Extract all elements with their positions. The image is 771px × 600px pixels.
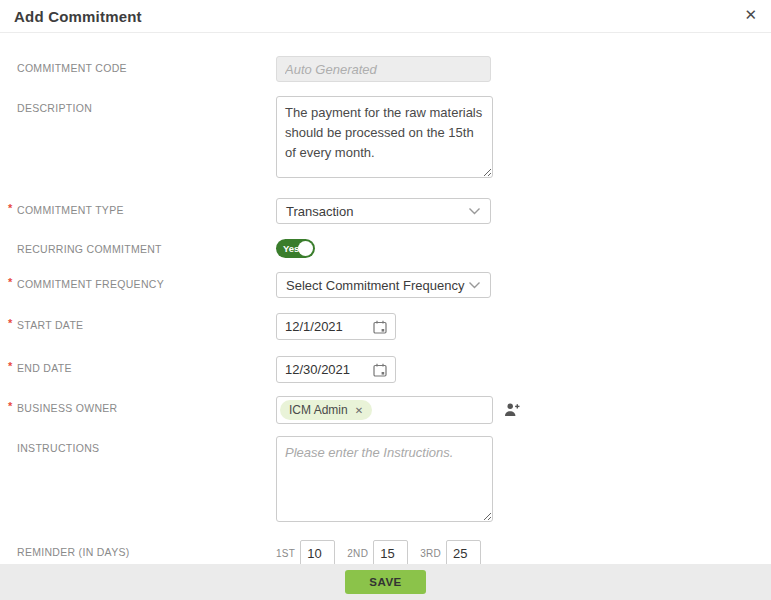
commitment-type-select[interactable]: Transaction bbox=[276, 198, 491, 224]
toggle-knob bbox=[298, 241, 313, 256]
reminder-group-1: 1ST bbox=[276, 540, 335, 566]
commitment-code-input bbox=[276, 56, 491, 82]
row-end-date: * END DATE bbox=[17, 356, 771, 383]
row-business-owner: * BUSINESS OWNER ICM Admin ✕ bbox=[17, 396, 771, 424]
instructions-textarea[interactable] bbox=[276, 436, 493, 522]
business-owner-input[interactable]: ICM Admin ✕ bbox=[276, 396, 493, 424]
reminder-1st-input[interactable] bbox=[300, 540, 335, 566]
chevron-down-icon bbox=[468, 281, 481, 289]
recurring-commitment-toggle[interactable]: Yes bbox=[276, 239, 315, 258]
row-reminder: REMINDER (IN DAYS) 1ST 2ND 3RD bbox=[17, 540, 771, 566]
end-date-label: * END DATE bbox=[17, 356, 276, 375]
calendar-icon[interactable] bbox=[373, 320, 387, 334]
commitment-form: COMMITMENT CODE DESCRIPTION The payment … bbox=[0, 33, 771, 566]
dialog-footer: SAVE bbox=[0, 564, 771, 600]
chevron-down-icon bbox=[468, 207, 481, 215]
row-commitment-type: * COMMITMENT TYPE Transaction bbox=[17, 198, 771, 224]
row-recurring-commitment: RECURRING COMMITMENT Yes bbox=[17, 237, 771, 258]
business-owner-label: * BUSINESS OWNER bbox=[17, 396, 276, 415]
commitment-frequency-select[interactable]: Select Commitment Frequency bbox=[276, 272, 491, 298]
close-icon[interactable]: ✕ bbox=[744, 7, 757, 22]
add-commitment-dialog: Add Commitment ✕ COMMITMENT CODE DESCRIP… bbox=[0, 0, 771, 600]
toggle-state-label: Yes bbox=[283, 239, 299, 258]
row-commitment-code: COMMITMENT CODE bbox=[17, 56, 771, 82]
row-description: DESCRIPTION The payment for the raw mate… bbox=[17, 96, 771, 178]
instructions-label: INSTRUCTIONS bbox=[17, 436, 276, 455]
save-button[interactable]: SAVE bbox=[345, 570, 426, 594]
start-date-input[interactable] bbox=[285, 319, 357, 334]
commitment-code-label: COMMITMENT CODE bbox=[17, 56, 276, 75]
commitment-frequency-value: Select Commitment Frequency bbox=[286, 278, 464, 293]
reminder-2nd-label: 2ND bbox=[347, 548, 368, 559]
required-marker: * bbox=[8, 276, 13, 288]
required-marker: * bbox=[8, 360, 13, 372]
calendar-icon[interactable] bbox=[373, 363, 387, 377]
start-date-field bbox=[276, 313, 396, 340]
reminder-label: REMINDER (IN DAYS) bbox=[17, 540, 276, 559]
required-marker: * bbox=[8, 400, 13, 412]
page-title: Add Commitment bbox=[14, 8, 142, 25]
person-add-icon[interactable] bbox=[504, 402, 521, 421]
recurring-commitment-label: RECURRING COMMITMENT bbox=[17, 237, 276, 256]
reminder-group-3: 3RD bbox=[420, 540, 481, 566]
reminder-3rd-input[interactable] bbox=[446, 540, 481, 566]
owner-chip-label: ICM Admin bbox=[289, 403, 348, 417]
end-date-input[interactable] bbox=[285, 362, 357, 377]
reminder-group-2: 2ND bbox=[347, 540, 408, 566]
owner-chip: ICM Admin ✕ bbox=[280, 400, 372, 420]
row-start-date: * START DATE bbox=[17, 313, 771, 340]
required-marker: * bbox=[8, 317, 13, 329]
row-instructions: INSTRUCTIONS bbox=[17, 436, 771, 522]
end-date-field bbox=[276, 356, 396, 383]
description-label: DESCRIPTION bbox=[17, 96, 276, 115]
chip-remove-icon[interactable]: ✕ bbox=[355, 405, 363, 416]
required-marker: * bbox=[8, 202, 13, 214]
commitment-frequency-label: * COMMITMENT FREQUENCY bbox=[17, 272, 276, 291]
dialog-header: Add Commitment ✕ bbox=[0, 0, 771, 33]
commitment-type-label: * COMMITMENT TYPE bbox=[17, 198, 276, 217]
reminder-1st-label: 1ST bbox=[276, 548, 295, 559]
row-commitment-frequency: * COMMITMENT FREQUENCY Select Commitment… bbox=[17, 272, 771, 298]
reminder-3rd-label: 3RD bbox=[420, 548, 441, 559]
description-textarea[interactable]: The payment for the raw materials should… bbox=[276, 96, 493, 178]
commitment-type-value: Transaction bbox=[286, 204, 353, 219]
reminder-2nd-input[interactable] bbox=[373, 540, 408, 566]
start-date-label: * START DATE bbox=[17, 313, 276, 332]
